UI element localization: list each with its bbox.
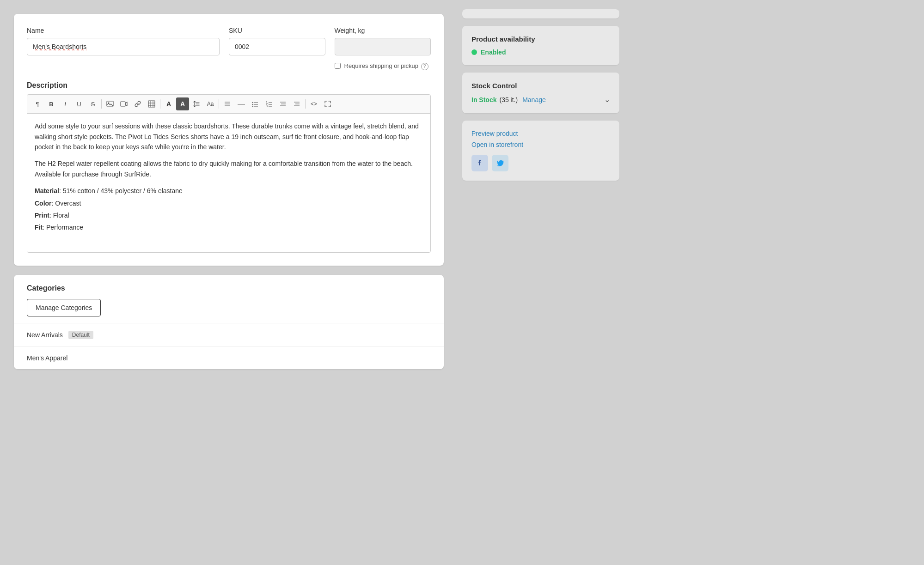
- editor-paragraph-2: The H2 Repel water repellent coating all…: [35, 158, 423, 179]
- align-btn[interactable]: [221, 97, 234, 110]
- editor-body[interactable]: Add some style to your surf sessions wit…: [27, 114, 430, 252]
- table-icon: [148, 100, 155, 108]
- description-section: Description ¶ B I U S: [27, 81, 431, 253]
- weight-label: Weight, kg: [335, 27, 431, 34]
- svg-point-16: [252, 106, 253, 107]
- bold-btn[interactable]: B: [45, 97, 58, 110]
- italic-btn[interactable]: I: [59, 97, 72, 110]
- stock-title: Stock Control: [471, 82, 610, 90]
- outdent-icon: [279, 100, 287, 108]
- enabled-dot: [471, 49, 477, 55]
- category-name-new-arrivals: New Arrivals: [27, 331, 63, 339]
- shipping-checkbox[interactable]: [335, 63, 341, 69]
- availability-row: Enabled: [471, 49, 610, 56]
- enabled-status: Enabled: [481, 49, 506, 56]
- paragraph-btn[interactable]: ¶: [31, 97, 44, 110]
- category-item-new-arrivals: New Arrivals Default: [14, 323, 444, 346]
- product-availability-card: Product availability Enabled: [462, 26, 619, 65]
- outdent-btn[interactable]: [276, 97, 289, 110]
- product-attributes: Material: 51% cotton / 43% polyester / 6…: [35, 186, 423, 233]
- attr-color: Color: Overcast: [35, 198, 423, 208]
- name-group: Name: [27, 27, 220, 70]
- category-name-mens-apparel: Men's Apparel: [27, 354, 67, 362]
- video-icon: [120, 100, 128, 108]
- bullet-list-icon: [251, 100, 259, 108]
- toolbar-sep-2: [160, 99, 160, 109]
- sidebar: Product availability Enabled Stock Contr…: [453, 0, 629, 565]
- font-size-btn[interactable]: Aa: [204, 97, 217, 110]
- source-btn[interactable]: <>: [307, 97, 320, 110]
- facebook-icon: [476, 159, 484, 167]
- action-links: Preview product Open in storefront: [471, 130, 610, 148]
- weight-input[interactable]: [335, 38, 431, 55]
- line-height-icon: [193, 100, 200, 108]
- numbered-list-icon: 1. 2. 3.: [265, 100, 273, 108]
- in-stock-status: In Stock: [471, 96, 496, 103]
- sku-label: SKU: [229, 27, 325, 34]
- fullscreen-btn[interactable]: [321, 97, 334, 110]
- shipping-row: Requires shipping or pickup ?: [335, 62, 431, 70]
- line-height-btn[interactable]: [190, 97, 203, 110]
- bullet-list-btn[interactable]: [249, 97, 262, 110]
- video-btn[interactable]: [117, 97, 130, 110]
- attr-print: Print: Floral: [35, 210, 423, 220]
- align-icon: [224, 100, 231, 108]
- product-details-card: Name SKU Weight, kg Requires shipping or…: [14, 14, 444, 266]
- categories-card: Categories Manage Categories New Arrival…: [14, 275, 444, 369]
- toolbar-sep-1: [101, 99, 102, 109]
- svg-rect-2: [121, 102, 125, 106]
- table-btn[interactable]: [145, 97, 158, 110]
- stock-count: (35 it.): [499, 96, 518, 103]
- sidebar-top-card: [462, 9, 619, 18]
- underline-btn[interactable]: U: [73, 97, 86, 110]
- chevron-down-icon[interactable]: ⌄: [604, 95, 610, 104]
- help-icon[interactable]: ?: [421, 63, 428, 70]
- attr-fit: Fit: Performance: [35, 222, 423, 232]
- link-btn[interactable]: [131, 97, 144, 110]
- svg-point-15: [252, 104, 253, 105]
- actions-card: Preview product Open in storefront: [462, 121, 619, 181]
- indent-btn[interactable]: [290, 97, 303, 110]
- indent-icon: [293, 100, 300, 108]
- facebook-share-button[interactable]: [471, 155, 488, 171]
- strikethrough-btn[interactable]: S: [86, 97, 99, 110]
- font-color-btn[interactable]: A: [162, 97, 175, 110]
- image-btn[interactable]: [104, 97, 116, 110]
- numbered-list-btn[interactable]: 1. 2. 3.: [263, 97, 275, 110]
- bg-color-btn[interactable]: A: [176, 97, 189, 110]
- name-label: Name: [27, 27, 220, 34]
- toolbar-sep-4: [305, 99, 306, 109]
- toolbar-sep-3: [219, 99, 219, 109]
- availability-title: Product availability: [471, 35, 610, 43]
- description-label: Description: [27, 81, 431, 90]
- editor-toolbar: ¶ B I U S: [27, 95, 430, 114]
- sku-input[interactable]: [229, 38, 325, 55]
- default-badge: Default: [68, 331, 93, 339]
- svg-rect-3: [148, 101, 155, 107]
- categories-title: Categories: [14, 275, 444, 299]
- divider-btn[interactable]: —: [235, 97, 248, 110]
- attr-material: Material: 51% cotton / 43% polyester / 6…: [35, 186, 423, 196]
- name-input[interactable]: [27, 38, 220, 55]
- fullscreen-icon: [324, 101, 331, 107]
- weight-group: Weight, kg Requires shipping or pickup ?: [335, 27, 431, 70]
- stock-row: In Stock (35 it.) Manage ⌄: [471, 95, 610, 104]
- manage-categories-button[interactable]: Manage Categories: [27, 299, 101, 316]
- twitter-icon: [496, 159, 504, 167]
- stock-manage-link[interactable]: Manage: [522, 96, 546, 103]
- svg-text:3.: 3.: [266, 104, 269, 108]
- preview-product-link[interactable]: Preview product: [471, 130, 610, 137]
- shipping-label: Requires shipping or pickup ?: [344, 62, 428, 70]
- stock-control-card: Stock Control In Stock (35 it.) Manage ⌄: [462, 73, 619, 113]
- twitter-share-button[interactable]: [492, 155, 508, 171]
- social-icons: [471, 155, 610, 171]
- product-fields-row: Name SKU Weight, kg Requires shipping or…: [27, 27, 431, 70]
- open-storefront-link[interactable]: Open in storefront: [471, 141, 610, 148]
- image-icon: [106, 100, 114, 108]
- editor-paragraph-1: Add some style to your surf sessions wit…: [35, 121, 423, 152]
- svg-point-14: [252, 102, 253, 103]
- link-icon: [134, 100, 141, 108]
- category-item-mens-apparel: Men's Apparel: [14, 346, 444, 369]
- rich-text-editor: ¶ B I U S: [27, 94, 431, 253]
- sku-group: SKU: [229, 27, 325, 70]
